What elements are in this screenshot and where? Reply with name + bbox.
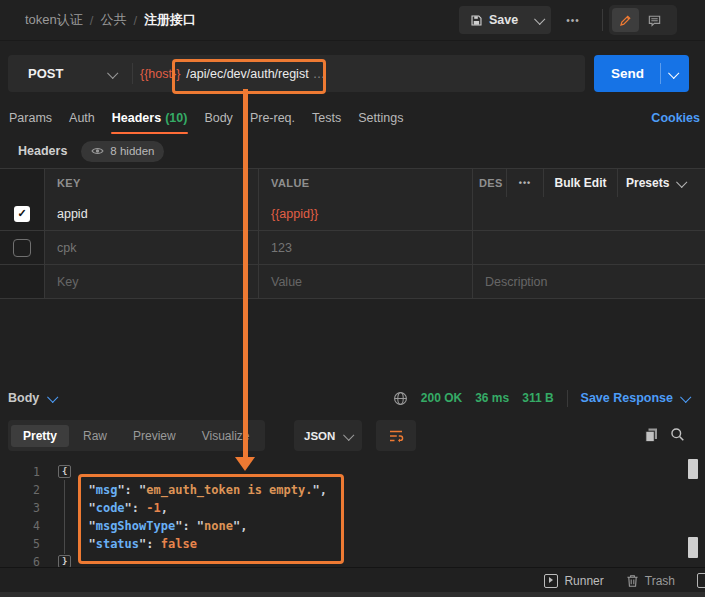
hidden-headers-toggle[interactable]: 8 hidden: [81, 141, 164, 162]
chevron-down-icon: [534, 14, 545, 25]
edit-mode-button[interactable]: [612, 8, 639, 32]
edge-partial-icon[interactable]: [697, 573, 705, 588]
tab-auth[interactable]: Auth: [69, 111, 95, 125]
row-checkbox-unchecked[interactable]: [13, 239, 31, 257]
url-path: /api/ec/dev/auth/regist: [180, 67, 308, 81]
tab-headers-label: Headers: [112, 111, 161, 125]
save-button[interactable]: Save: [459, 6, 529, 34]
response-toolbar: Pretty Raw Preview Visualize JSON: [0, 420, 705, 452]
status-badge: 200 OK: [421, 391, 462, 405]
response-body-editor[interactable]: 123456 { "msg": "em_auth_token is empty.…: [0, 458, 705, 567]
response-view-tabs: Pretty Raw Preview Visualize: [8, 420, 265, 451]
bulk-edit-button[interactable]: Bulk Edit: [554, 176, 606, 190]
value-cell[interactable]: {{appid}}: [259, 197, 484, 230]
tab-headers[interactable]: Headers(10): [112, 111, 188, 125]
header-row-cpk: cpk 123: [0, 231, 705, 265]
fold-open-marker[interactable]: {: [58, 465, 71, 478]
send-button-divider: [660, 63, 661, 84]
tab-visualize[interactable]: Visualize: [190, 425, 262, 447]
chevron-down-icon: [676, 177, 687, 188]
tab-settings[interactable]: Settings: [358, 111, 403, 125]
key-cell[interactable]: appid: [44, 197, 271, 230]
runner-button[interactable]: Runner: [544, 574, 603, 588]
tab-tests[interactable]: Tests: [312, 111, 341, 125]
top-toolbar: token认证 / 公共 / 注册接口 Save •••: [0, 0, 705, 41]
method-label: POST: [28, 66, 63, 81]
column-options-button[interactable]: •••: [519, 178, 531, 188]
globe-icon[interactable]: [393, 391, 408, 406]
column-header-description: DES: [479, 177, 503, 189]
tab-pre-request[interactable]: Pre-req.: [250, 111, 295, 125]
scrollbar-thumb[interactable]: [688, 537, 698, 558]
header-row-appid: appid {{appid}}: [0, 197, 705, 231]
request-title: 注册接口: [144, 11, 196, 29]
headers-table: KEY VALUE DES ••• Bulk Edit Presets appi…: [0, 168, 705, 298]
trash-button[interactable]: Trash: [626, 574, 675, 588]
table-header-row: KEY VALUE DES ••• Bulk Edit Presets: [0, 168, 705, 198]
tab-params[interactable]: Params: [9, 111, 52, 125]
method-selector[interactable]: POST: [8, 55, 132, 92]
save-icon: [470, 14, 483, 27]
send-button-label: Send: [611, 66, 644, 81]
format-label: JSON: [304, 430, 335, 442]
chevron-down-icon: [668, 67, 679, 78]
select-all-cell: [0, 169, 45, 197]
key-cell[interactable]: cpk: [44, 231, 271, 264]
comment-icon: [647, 13, 662, 28]
scrollbar-thumb[interactable]: [688, 459, 698, 479]
window-bottom-strip: [0, 592, 705, 597]
url-truncation: …: [309, 67, 326, 81]
code-lines: { "msg": "em_auth_token is empty.", "cod…: [0, 463, 705, 567]
url-host-variable: {{host}}: [140, 67, 180, 81]
key-input-placeholder[interactable]: Key: [44, 265, 271, 298]
runner-label: Runner: [564, 574, 603, 588]
column-header-key: KEY: [57, 177, 81, 189]
header-row-new: Key Value Description: [0, 265, 705, 299]
breadcrumb-collection[interactable]: token认证: [25, 11, 83, 29]
save-response-label: Save Response: [581, 391, 673, 405]
send-button[interactable]: Send: [594, 55, 689, 92]
api-client-window: token认证 / 公共 / 注册接口 Save •••: [0, 0, 705, 597]
wrap-lines-button[interactable]: [376, 420, 416, 451]
response-time: 36 ms: [475, 391, 509, 405]
value-cell[interactable]: 123: [259, 231, 484, 264]
response-meta: 200 OK 36 ms 311 B Save Response: [393, 380, 689, 416]
hidden-headers-count: 8 hidden: [110, 145, 154, 157]
format-dropdown[interactable]: JSON: [294, 420, 362, 451]
edit-comment-toggle-group: [609, 5, 677, 35]
save-options-button[interactable]: [526, 6, 551, 34]
copy-response-button[interactable]: [644, 427, 659, 447]
breadcrumb-folder[interactable]: 公共: [100, 11, 126, 29]
chevron-down-icon: [107, 67, 118, 78]
response-body-label: Body: [8, 391, 39, 405]
more-options-button[interactable]: •••: [558, 6, 588, 34]
fold-close-marker[interactable]: }: [58, 555, 71, 567]
column-header-value: VALUE: [271, 177, 309, 189]
breadcrumb-separator: /: [133, 13, 137, 28]
breadcrumb: token认证 / 公共 / 注册接口: [25, 0, 196, 40]
comments-button[interactable]: [641, 8, 668, 32]
wrap-lines-icon: [388, 428, 404, 444]
description-cell[interactable]: [473, 197, 705, 230]
presets-button[interactable]: Presets: [626, 176, 669, 190]
description-input-placeholder[interactable]: Description: [473, 265, 705, 298]
description-cell[interactable]: [473, 231, 705, 264]
breadcrumb-separator: /: [90, 13, 94, 28]
pencil-icon: [618, 13, 633, 28]
toolbar-divider: [602, 9, 603, 31]
tab-raw[interactable]: Raw: [71, 425, 119, 447]
row-checkbox-checked[interactable]: [14, 206, 30, 222]
cookies-link[interactable]: Cookies: [651, 111, 700, 125]
search-response-button[interactable]: [670, 427, 685, 446]
chevron-down-icon: [680, 392, 691, 403]
tab-body[interactable]: Body: [204, 111, 233, 125]
url-input[interactable]: {{host}} /api/ec/dev/auth/regist …: [140, 55, 325, 92]
url-bar-divider: [132, 63, 133, 84]
tab-preview[interactable]: Preview: [121, 425, 188, 447]
save-response-button[interactable]: Save Response: [581, 391, 689, 405]
response-body-dropdown[interactable]: Body: [8, 391, 56, 405]
response-header: Body 200 OK 36 ms 311 B Save Response: [0, 380, 705, 416]
tab-headers-count: (10): [161, 111, 187, 125]
value-input-placeholder[interactable]: Value: [259, 265, 484, 298]
tab-pretty[interactable]: Pretty: [11, 425, 69, 447]
